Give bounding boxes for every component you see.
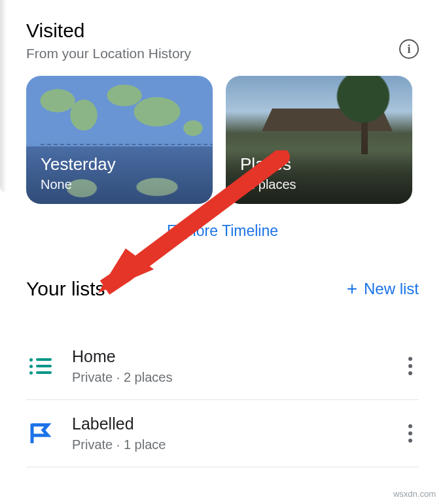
- list-meta: Private · 1 place: [72, 437, 385, 452]
- explore-timeline-link[interactable]: Explore Timeline: [26, 222, 419, 240]
- list-name: Labelled: [72, 414, 385, 433]
- watermark: wsxdn.com: [393, 489, 436, 499]
- list-item[interactable]: Labelled Private · 1 place: [26, 400, 419, 467]
- overflow-menu-icon[interactable]: [402, 350, 419, 382]
- overflow-menu-icon[interactable]: [402, 418, 419, 449]
- new-list-button[interactable]: + New list: [347, 280, 419, 298]
- lists-title: Your lists: [26, 278, 105, 300]
- flag-icon: [26, 419, 55, 448]
- list-item[interactable]: Home Private · 2 places: [26, 333, 419, 400]
- visited-panel: Visited From your Location History i Yes…: [0, 0, 445, 467]
- visited-title: Visited: [26, 20, 191, 42]
- new-list-label: New list: [364, 280, 419, 298]
- list-name: Home: [72, 347, 385, 366]
- card-places-title: Places: [240, 154, 398, 175]
- info-icon[interactable]: i: [399, 39, 419, 59]
- visited-cards-row[interactable]: Yesterday None Places 21 places C: [26, 76, 419, 204]
- card-yesterday-title: Yesterday: [41, 154, 198, 175]
- list-meta: Private · 2 places: [72, 370, 385, 385]
- card-yesterday[interactable]: Yesterday None: [26, 76, 213, 204]
- card-yesterday-subtitle: None: [41, 177, 198, 192]
- bullet-list-icon: [26, 352, 55, 380]
- lists-container: Home Private · 2 places Labelled Private…: [26, 333, 419, 467]
- visited-header: Visited From your Location History i: [26, 20, 419, 61]
- card-places-subtitle: 21 places: [240, 177, 398, 192]
- plus-icon: +: [347, 280, 357, 298]
- visited-subtitle: From your Location History: [26, 46, 191, 61]
- lists-header: Your lists + New list: [26, 278, 419, 300]
- card-places[interactable]: Places 21 places: [226, 76, 412, 204]
